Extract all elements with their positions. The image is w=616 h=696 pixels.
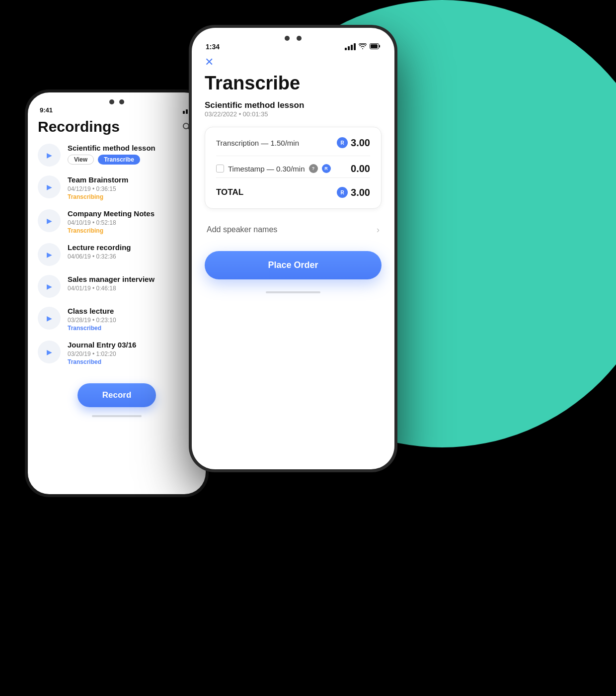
notch-dot-left	[109, 99, 114, 104]
phone1-device: 9:41 Recordings ▶	[25, 89, 209, 497]
rec-info: Lecture recording 04/06/19 • 0:32:36	[68, 243, 196, 260]
record-button[interactable]: Record	[77, 383, 156, 407]
phone2-time: 1:34	[206, 43, 220, 51]
rec-title: Class lecture	[68, 307, 196, 316]
phone2-content: ✕ Transcribe Scientific method lesson 03…	[192, 56, 394, 293]
timestamp-amount: 0.00	[351, 163, 370, 174]
bar2	[186, 109, 188, 114]
phone1-content: Recordings ▶ Scientific method lesson Vi…	[28, 118, 206, 417]
pricing-card: Transcription — 1.50/min R 3.00 Timestam…	[205, 127, 382, 209]
rec-title: Lecture recording	[68, 243, 196, 252]
bar1	[345, 48, 347, 50]
svg-rect-3	[371, 44, 378, 48]
bar4	[354, 43, 356, 50]
transcribe-title: Transcribe	[205, 74, 382, 93]
play-button[interactable]: ▶	[38, 243, 61, 266]
rec-title: Scientific method lesson	[68, 144, 196, 153]
rec-status: Transcribing	[68, 193, 196, 200]
transcribe-badge[interactable]: Transcribe	[98, 155, 140, 165]
transcription-value: 3.00	[351, 137, 370, 149]
play-button[interactable]: ▶	[38, 307, 61, 330]
list-item: ▶ Lecture recording 04/06/19 • 0:32:36	[38, 243, 196, 266]
rec-badges: View Transcribe	[68, 155, 196, 165]
transcription-amount: R 3.00	[337, 137, 370, 149]
notch-dot-right	[119, 99, 124, 104]
list-item: ▶ Scientific method lesson View Transcri…	[38, 144, 196, 167]
coin-icon: R	[337, 137, 348, 148]
rec-title: Sales manager interview	[68, 275, 196, 284]
phone2-signal	[345, 43, 356, 50]
bar2	[348, 46, 350, 50]
rec-meta: 04/12/19 • 0:36:15	[68, 185, 196, 192]
rec-meta: 04/01/19 • 0:46:18	[68, 285, 196, 292]
rec-title: Company Meeting Notes	[68, 209, 196, 218]
coin-icon: R	[337, 187, 348, 198]
transcription-label: Transcription — 1.50/min	[216, 139, 299, 147]
total-divider	[216, 177, 370, 178]
rec-info: Team Brainstorm 04/12/19 • 0:36:15 Trans…	[68, 175, 196, 200]
rec-info: Company Meeting Notes 04/10/19 • 0:52:18…	[68, 209, 196, 234]
phone1-time: 9:41	[40, 106, 53, 114]
battery-icon	[370, 43, 381, 51]
phone2-status-bar: 1:34	[192, 43, 394, 51]
play-button[interactable]: ▶	[38, 275, 61, 298]
total-label: TOTAL	[216, 187, 243, 197]
home-indicator	[266, 291, 320, 293]
phone2-notch	[192, 28, 394, 41]
notch-dot-left	[285, 36, 290, 41]
rec-title: Journal Entry 03/16	[68, 341, 196, 349]
list-item: ▶ Sales manager interview 04/01/19 • 0:4…	[38, 275, 196, 298]
chevron-right-icon: ›	[377, 225, 380, 235]
rec-info: Class lecture 03/28/19 • 0:23:10 Transcr…	[68, 307, 196, 332]
transcription-row: Transcription — 1.50/min R 3.00	[216, 137, 370, 149]
list-item: ▶ Company Meeting Notes 04/10/19 • 0:52:…	[38, 209, 196, 234]
rec-meta: 04/10/19 • 0:52:18	[68, 219, 196, 226]
notch-dot-right	[297, 36, 302, 41]
rec-title: Team Brainstorm	[68, 175, 196, 184]
recording-date: 03/22/2022 • 00:01:35	[205, 110, 382, 118]
recordings-header: Recordings	[38, 118, 196, 136]
phone1-notch	[28, 92, 206, 104]
timestamp-left: Timestamp — 0.30/min ? R	[216, 164, 331, 173]
view-badge[interactable]: View	[68, 155, 94, 165]
rec-status: Transcribing	[68, 227, 196, 234]
wifi-icon	[359, 43, 367, 51]
play-button[interactable]: ▶	[38, 209, 61, 232]
close-button[interactable]: ✕	[205, 56, 214, 69]
speaker-label: Add speaker names	[207, 225, 277, 234]
place-order-button[interactable]: Place Order	[205, 251, 382, 279]
home-indicator	[92, 415, 142, 417]
list-item: ▶ Journal Entry 03/16 03/20/19 • 1:02:20…	[38, 341, 196, 365]
rec-status: Transcribed	[68, 358, 196, 365]
phone1-status-bar: 9:41	[28, 106, 206, 114]
play-button[interactable]: ▶	[38, 144, 61, 167]
svg-rect-4	[379, 45, 380, 47]
rec-info: Journal Entry 03/16 03/20/19 • 1:02:20 T…	[68, 341, 196, 365]
recording-name: Scientific method lesson	[205, 100, 382, 110]
rec-meta: 03/28/19 • 0:23:10	[68, 317, 196, 324]
bar3	[351, 45, 353, 50]
recordings-title: Recordings	[38, 118, 120, 135]
rec-meta: 03/20/19 • 1:02:20	[68, 350, 196, 357]
rec-status: Transcribed	[68, 325, 196, 332]
total-value: 3.00	[351, 187, 370, 198]
bar1	[183, 111, 185, 114]
play-button[interactable]: ▶	[38, 341, 61, 363]
rec-info: Sales manager interview 04/01/19 • 0:46:…	[68, 275, 196, 292]
rec-meta: 04/06/19 • 0:32:36	[68, 253, 196, 260]
status-icons	[345, 43, 381, 51]
rec-info: Scientific method lesson View Transcribe	[68, 144, 196, 165]
speaker-names-row[interactable]: Add speaker names ›	[205, 218, 382, 242]
list-item: ▶ Class lecture 03/28/19 • 0:23:10 Trans…	[38, 307, 196, 332]
help-icon: ?	[309, 164, 318, 173]
total-amount: R 3.00	[337, 187, 370, 198]
pricing-divider	[216, 156, 370, 156]
play-button[interactable]: ▶	[38, 175, 61, 198]
timestamp-label: Timestamp — 0.30/min	[228, 165, 305, 173]
record-button-wrap: Record	[38, 374, 196, 412]
timestamp-value: 0.00	[351, 163, 370, 174]
timestamp-checkbox[interactable]	[216, 165, 224, 173]
timestamp-row: Timestamp — 0.30/min ? R 0.00	[216, 163, 370, 174]
total-row: TOTAL R 3.00	[216, 185, 370, 198]
phone2-device: 1:34	[189, 25, 397, 472]
